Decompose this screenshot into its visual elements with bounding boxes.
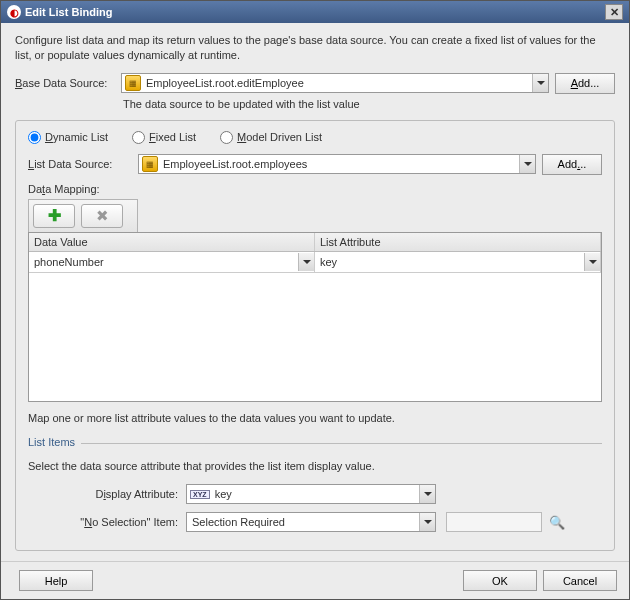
mapping-toolbar: ✚ ✖ <box>28 199 138 232</box>
chevron-down-icon <box>419 485 435 503</box>
base-data-source-hint: The data source to be updated with the l… <box>123 98 615 110</box>
display-attribute-row: Display Attribute: XYZ key <box>28 484 602 504</box>
add-mapping-button[interactable]: ✚ <box>33 204 75 228</box>
data-mapping-label: Data Mapping: <box>28 183 602 195</box>
ok-button[interactable]: OK <box>463 570 537 591</box>
chevron-down-icon <box>584 253 600 271</box>
base-data-source-combo[interactable]: ▦ EmployeeList.root.editEmployee <box>121 73 549 93</box>
search-button[interactable]: 🔍 <box>546 512 568 532</box>
list-data-source-row: List Data Source: ▦ EmployeeList.root.em… <box>28 154 602 175</box>
display-attribute-value: key <box>213 488 419 500</box>
data-value-combo[interactable]: phoneNumber <box>29 252 314 272</box>
datasource-icon: ▦ <box>125 75 141 91</box>
list-items-section-title: List Items <box>28 430 602 444</box>
search-icon: 🔍 <box>549 515 565 530</box>
list-items-description: Select the data source attribute that pr… <box>28 460 602 472</box>
col-list-attribute: List Attribute <box>315 233 601 251</box>
edit-list-binding-dialog: ◐ Edit List Binding ✕ Configure list dat… <box>0 0 630 600</box>
chevron-down-icon <box>298 253 314 271</box>
list-config-group: Dynamic List Fixed List Model Driven Lis… <box>15 120 615 551</box>
no-selection-text-field <box>446 512 542 532</box>
display-attribute-label: Display Attribute: <box>28 488 178 500</box>
list-attribute-text: key <box>315 256 584 268</box>
radio-model-driven-list[interactable]: Model Driven List <box>220 131 322 144</box>
display-attribute-combo[interactable]: XYZ key <box>186 484 436 504</box>
list-attribute-combo[interactable]: key <box>315 252 600 272</box>
app-icon: ◐ <box>7 5 21 19</box>
chevron-down-icon <box>532 74 548 92</box>
plus-icon: ✚ <box>48 206 61 225</box>
close-button[interactable]: ✕ <box>605 4 623 20</box>
chevron-down-icon <box>519 155 535 173</box>
radio-dynamic-list[interactable]: Dynamic List <box>28 131 108 144</box>
base-data-source-value: EmployeeList.root.editEmployee <box>144 77 532 89</box>
base-data-source-row: Base Data Source: ▦ EmployeeList.root.ed… <box>15 73 615 94</box>
radio-fixed-label: Fixed List <box>149 131 196 143</box>
list-data-source-label: List Data Source: <box>28 158 132 170</box>
title-bar: ◐ Edit List Binding ✕ <box>1 1 629 23</box>
help-button[interactable]: Help <box>19 570 93 591</box>
base-data-source-label: Base Data Source: <box>15 77 115 89</box>
no-selection-label: "No Selection" Item: <box>28 516 178 528</box>
remove-mapping-button[interactable]: ✖ <box>81 204 123 228</box>
x-icon: ✖ <box>96 207 109 225</box>
cancel-button[interactable]: Cancel <box>543 570 617 591</box>
attribute-icon: XYZ <box>190 490 210 499</box>
no-selection-value: Selection Required <box>187 516 419 528</box>
table-row: phoneNumber key <box>29 252 601 273</box>
data-value-text: phoneNumber <box>29 256 298 268</box>
list-add-button[interactable]: Add... <box>542 154 602 175</box>
mapping-hint: Map one or more list attribute values to… <box>28 412 602 424</box>
radio-dynamic-input[interactable] <box>28 131 41 144</box>
cell-list-attribute: key <box>315 252 601 272</box>
mapping-table: Data Value List Attribute phoneNumber ke… <box>28 232 602 402</box>
radio-dynamic-label: Dynamic List <box>45 131 108 143</box>
list-data-source-combo[interactable]: ▦ EmployeeList.root.employees <box>138 154 536 174</box>
dialog-content: Configure list data and map its return v… <box>1 23 629 561</box>
base-add-button[interactable]: Add... <box>555 73 615 94</box>
list-data-source-value: EmployeeList.root.employees <box>161 158 519 170</box>
datasource-icon: ▦ <box>142 156 158 172</box>
mapping-table-header: Data Value List Attribute <box>29 233 601 252</box>
radio-fixed-list[interactable]: Fixed List <box>132 131 196 144</box>
col-data-value: Data Value <box>29 233 315 251</box>
no-selection-combo[interactable]: Selection Required <box>186 512 436 532</box>
no-selection-row: "No Selection" Item: Selection Required … <box>28 512 602 532</box>
radio-fixed-input[interactable] <box>132 131 145 144</box>
dialog-title: Edit List Binding <box>25 6 112 18</box>
radio-model-label: Model Driven List <box>237 131 322 143</box>
dialog-description: Configure list data and map its return v… <box>15 33 615 63</box>
cell-data-value: phoneNumber <box>29 252 315 272</box>
chevron-down-icon <box>419 513 435 531</box>
list-type-radios: Dynamic List Fixed List Model Driven Lis… <box>28 131 602 144</box>
radio-model-input[interactable] <box>220 131 233 144</box>
dialog-footer: Help OK Cancel <box>1 561 629 599</box>
